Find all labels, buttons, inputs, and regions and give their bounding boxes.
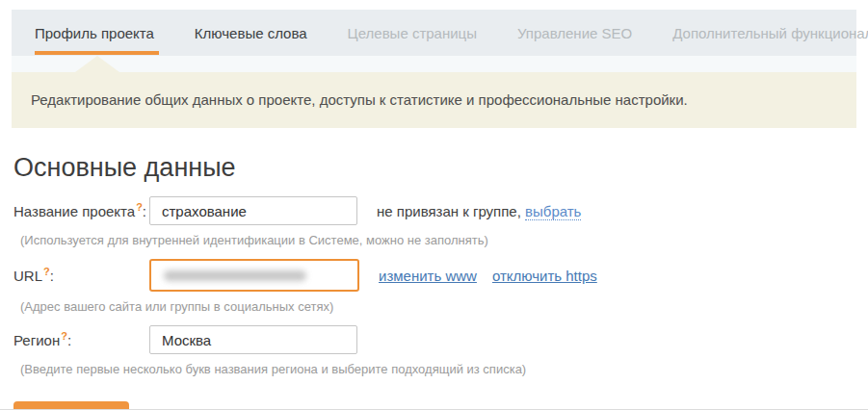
tab-seo-management: Управление SEO	[517, 10, 632, 56]
change-www-link[interactable]: изменить www	[379, 268, 477, 284]
page: Профиль проекта Ключевые слова Целевые с…	[0, 0, 868, 410]
help-question-icon[interactable]: ?	[43, 266, 50, 277]
save-button[interactable]: Сохранить	[13, 401, 129, 410]
tab-label: Управление SEO	[517, 25, 632, 41]
choose-group-link[interactable]: выбрать	[525, 203, 581, 220]
page-title: Основные данные	[13, 152, 855, 183]
notice-banner: Редактирование общих данных о проекте, д…	[12, 72, 856, 128]
tab-label: Дополнительный функционал	[672, 25, 868, 41]
tab-label: Целевые страницы	[348, 25, 477, 41]
tab-project-profile[interactable]: Профиль проекта	[35, 10, 154, 56]
project-name-input[interactable]	[149, 196, 357, 225]
url-label: URL?:	[13, 268, 149, 284]
url-input-wrapper	[149, 259, 359, 292]
tab-label: Профиль проекта	[35, 25, 154, 41]
project-name-label: Название проекта?:	[13, 203, 149, 219]
main-form-section: Основные данные Название проекта?: не пр…	[12, 152, 856, 410]
tab-notice-connector	[12, 56, 856, 72]
disable-https-link[interactable]: отключить https	[492, 268, 597, 284]
tab-extra-features: Дополнительный функционал	[672, 10, 868, 56]
banner-pointer-triangle	[75, 56, 119, 72]
help-question-icon[interactable]: ?	[61, 330, 67, 342]
notice-text: Редактирование общих данных о проекте, д…	[31, 91, 688, 108]
help-question-icon[interactable]: ?	[136, 201, 143, 213]
tab-bar: Профиль проекта Ключевые слова Целевые с…	[12, 10, 856, 56]
region-hint: (Введите первые несколько букв названия …	[13, 362, 855, 376]
region-row: Регион?:	[13, 325, 855, 354]
project-name-row: Название проекта?: не привязан к группе,…	[13, 196, 855, 225]
url-input[interactable]	[149, 259, 359, 292]
url-actions: изменить www отключить https	[379, 268, 597, 284]
url-row: URL?: изменить www отключить https	[13, 259, 855, 292]
region-input[interactable]	[149, 325, 357, 354]
project-name-hint: (Используется для внутренней идентификац…	[13, 233, 855, 247]
tab-keywords[interactable]: Ключевые слова	[195, 10, 307, 56]
region-label: Регион?:	[13, 332, 149, 348]
group-status-text: не привязан к группе,	[377, 203, 521, 219]
tab-label: Ключевые слова	[195, 25, 307, 41]
group-status: не привязан к группе, выбрать	[377, 203, 581, 219]
tab-target-pages: Целевые страницы	[348, 10, 477, 56]
url-hint: (Адрес вашего сайта или группы в социаль…	[13, 299, 855, 314]
